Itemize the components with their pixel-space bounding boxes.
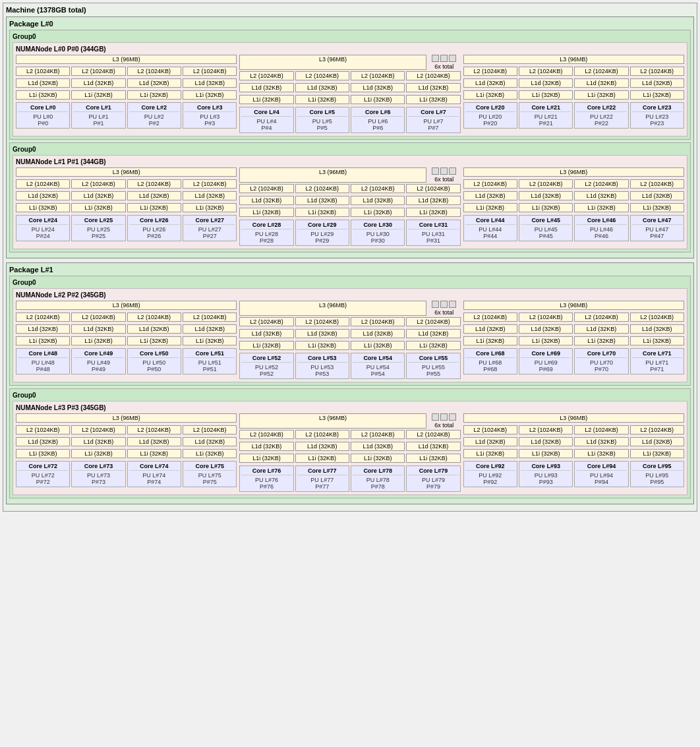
core-cell: Core L#95PU L#95P#95: [630, 461, 684, 487]
cache-block: L1d (32KB): [183, 78, 237, 88]
packages-container: Package L#0Group0NUMANode L#0 P#0 (344GB…: [6, 16, 694, 504]
cache-block: L1i (32KB): [574, 336, 628, 345]
p-label: P#0: [18, 120, 68, 127]
spacer-block: 6x total: [428, 301, 461, 316]
core-cell: Core L#28PU L#28P#28: [239, 220, 293, 246]
cache-block: L2 (1024KB): [295, 430, 349, 439]
cache-block: L1i (32KB): [16, 90, 70, 100]
cache-block: L1d (32KB): [351, 329, 405, 338]
core-cell: Core L#78PU L#78P#78: [351, 465, 405, 492]
cache-block: L1i (32KB): [239, 95, 293, 104]
pu-label: PU L#51: [185, 359, 235, 366]
group-box: Group0NUMANode L#1 P#1 (344GB)L3 (96MB)L…: [9, 142, 691, 253]
cache-block: L1d (32KB): [574, 191, 628, 200]
p-label: P#30: [353, 237, 403, 244]
core-cell: Core L#70PU L#70P#70: [574, 348, 628, 374]
numa-box: NUMANode L#0 P#0 (344GB)L3 (96MB)L2 (102…: [13, 42, 687, 136]
cache-block: L2 (1024KB): [463, 67, 517, 76]
cache-block: L2 (1024KB): [519, 67, 573, 76]
cache-block: L1d (32KB): [127, 78, 181, 88]
core-cell: Core L#6PU L#6P#6: [351, 107, 405, 133]
cache-block: L1i (32KB): [127, 90, 181, 100]
numa-title: NUMANode L#0 P#0 (344GB): [16, 45, 684, 53]
core-label: Core L#21: [521, 104, 571, 112]
cache-block: L1i (32KB): [71, 336, 125, 345]
pu-label: PU L#0: [18, 113, 68, 120]
cache-block: L1i (32KB): [239, 208, 293, 217]
spacer-block: 6x total: [428, 167, 461, 183]
cache-block: L2 (1024KB): [71, 179, 125, 189]
pu-label: PU L#55: [408, 364, 458, 371]
core-cell: Core L#22PU L#22P#22: [574, 102, 628, 129]
cache-block: L1d (32KB): [239, 196, 293, 205]
core-cell: Core L#54PU L#54P#54: [351, 353, 405, 379]
pu-label: PU L#7: [408, 118, 458, 125]
cache-block: L1d (32KB): [16, 191, 70, 200]
cache-block: L1d (32KB): [463, 324, 517, 334]
cache-block: L2 (1024KB): [71, 67, 125, 76]
cache-block: L1i (32KB): [16, 203, 70, 212]
left-section: L3 (96MB)L2 (1024KB)L2 (1024KB)L2 (1024K…: [16, 55, 237, 129]
cache-block: L2 (1024KB): [16, 179, 70, 189]
core-cell: Core L#94PU L#94P#94: [574, 461, 628, 487]
cache-block: L1i (32KB): [183, 203, 237, 212]
pu-label: PU L#25: [73, 226, 123, 233]
core-cell: Core L#23PU L#23P#23: [630, 102, 684, 129]
core-row-mid: Core L#76PU L#76P#76Core L#77PU L#77P#77…: [239, 465, 460, 492]
pu-label: PU L#92: [465, 472, 515, 479]
numa-title: NUMANode L#1 P#1 (344GB): [16, 158, 684, 165]
p-label: P#48: [18, 366, 68, 373]
p-label: P#74: [129, 479, 179, 485]
pu-label: PU L#49: [73, 359, 123, 366]
cache-block: L2 (1024KB): [630, 67, 684, 76]
cache-block: L2 (1024KB): [351, 71, 405, 80]
p-label: P#23: [632, 120, 682, 127]
cache-block: L2 (1024KB): [127, 425, 181, 434]
p-label: P#76: [241, 483, 291, 490]
machine-container: Machine (1378GB total) Package L#0Group0…: [3, 3, 697, 512]
pu-label: PU L#22: [576, 113, 626, 120]
cache-block: L2 (1024KB): [295, 184, 349, 193]
core-label: Core L#94: [576, 463, 626, 471]
pu-label: PU L#30: [353, 231, 403, 237]
cache-block: L1d (32KB): [406, 329, 460, 338]
core-label: Core L#27: [185, 217, 235, 225]
left-section: L3 (96MB)L2 (1024KB)L2 (1024KB)L2 (1024K…: [16, 167, 237, 241]
cache-block: L2 (1024KB): [519, 425, 573, 434]
cache-block: L2 (1024KB): [630, 179, 684, 189]
core-label: Core L#4: [241, 109, 291, 117]
group-title: Group0: [13, 146, 687, 153]
spacer-icon: [449, 55, 456, 62]
cache-block: L1d (32KB): [351, 83, 405, 92]
core-label: Core L#3: [185, 104, 235, 112]
group-box: Group0NUMANode L#3 P#3 (345GB)L3 (96MB)L…: [9, 388, 691, 498]
l3-mid-row: L3 (96MB)6x total: [239, 55, 460, 70]
core-cell: Core L#50PU L#50P#50: [127, 348, 181, 374]
spacer-icon: [440, 55, 448, 62]
pu-label: PU L#50: [129, 359, 179, 366]
spacer-label: 6x total: [434, 176, 453, 183]
core-cell: Core L#53PU L#53P#53: [295, 353, 349, 379]
cache-block: L2 (1024KB): [16, 425, 70, 434]
cache-block: L1i (32KB): [16, 449, 70, 458]
cache-block: L1i (32KB): [519, 203, 573, 212]
cache-block: L1i (32KB): [519, 449, 573, 458]
p-label: P#22: [576, 120, 626, 127]
package-box: Package L#0Group0NUMANode L#0 P#0 (344GB…: [6, 16, 694, 258]
pu-label: PU L#21: [521, 113, 571, 120]
core-label: Core L#30: [353, 222, 403, 229]
cache-block: L2 (1024KB): [71, 313, 125, 322]
p-label: P#70: [576, 366, 626, 373]
cache-block: L1d (32KB): [519, 324, 573, 334]
pu-label: PU L#44: [465, 226, 515, 233]
core-label: Core L#75: [185, 463, 235, 471]
core-cell: Core L#49PU L#49P#49: [71, 348, 125, 374]
core-label: Core L#1: [73, 104, 123, 112]
core-row-mid: Core L#4PU L#4P#4Core L#5PU L#5P#5Core L…: [239, 107, 460, 133]
spacer-block: 6x total: [428, 55, 461, 70]
pu-label: PU L#52: [241, 364, 291, 371]
p-label: P#95: [632, 479, 682, 485]
cache-block: L1i (32KB): [519, 336, 573, 345]
p-label: P#1: [73, 120, 123, 127]
pu-label: PU L#71: [632, 359, 682, 366]
